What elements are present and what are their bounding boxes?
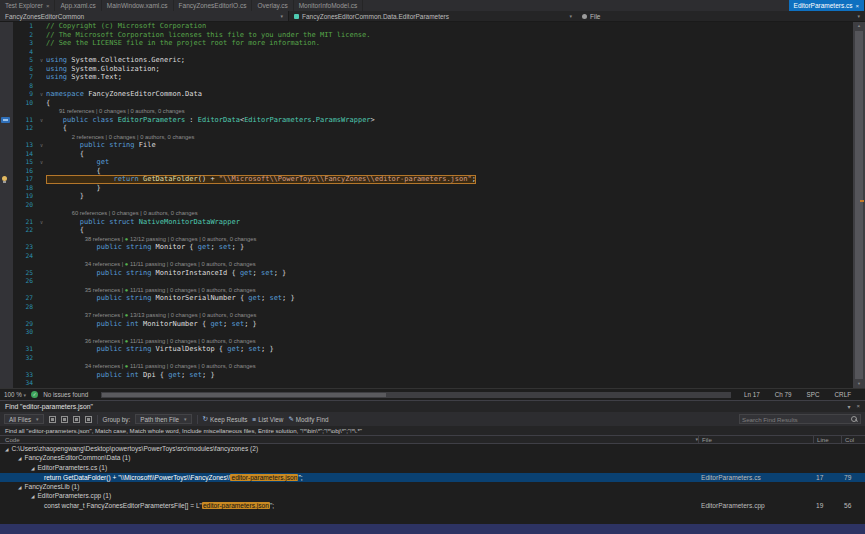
code-line[interactable]: 27 public string MonitorSerialNumber { g… bbox=[0, 294, 853, 303]
code-health-icon[interactable]: ✓ bbox=[31, 391, 38, 398]
code-line[interactable]: 19 } bbox=[0, 192, 853, 201]
codelens-label[interactable]: 38 references | ● 12/12 passing | 0 chan… bbox=[46, 236, 256, 242]
codelens-row[interactable]: 2 references | 0 changes | 0 authors, 0 … bbox=[0, 133, 853, 142]
collapse-all-icon[interactable] bbox=[61, 416, 68, 423]
codelens-row[interactable]: 35 references | ● 11/11 passing | 0 chan… bbox=[0, 286, 853, 295]
code-line[interactable]: 3// See the LICENSE file in the project … bbox=[0, 39, 853, 48]
document-tab[interactable]: FancyZonesEditorIO.cs bbox=[174, 0, 253, 11]
code-line[interactable]: 14 { bbox=[0, 150, 853, 159]
codelens-label[interactable]: 91 references | 0 changes | 0 authors, 0… bbox=[46, 108, 185, 114]
code-line[interactable]: 5∨using System.Collections.Generic; bbox=[0, 56, 853, 65]
keep-results-button[interactable]: ↻ Keep Results bbox=[203, 415, 248, 423]
codelens-label[interactable]: 34 references | ● 11/11 passing | 0 chan… bbox=[46, 261, 256, 267]
expander-icon[interactable]: ◢ bbox=[18, 485, 21, 490]
code-line[interactable]: 15∨ get bbox=[0, 158, 853, 167]
code-line[interactable]: 17 return GetDataFolder() + "\\Microsoft… bbox=[0, 175, 853, 184]
find-result-row[interactable]: ◢EditorParameters.cs (1) bbox=[0, 463, 865, 473]
expander-icon[interactable]: ◢ bbox=[5, 447, 8, 452]
document-tab[interactable]: MainWindow.xaml.cs bbox=[102, 0, 174, 11]
search-results-box[interactable] bbox=[739, 414, 861, 424]
code-line[interactable]: 13∨ public string File bbox=[0, 141, 853, 150]
zoom-control[interactable]: 100 % ▾ bbox=[4, 391, 26, 398]
line-indicator[interactable]: Ln 17 bbox=[744, 391, 760, 398]
spaces-indicator[interactable]: SPC bbox=[807, 391, 820, 398]
codelens-row[interactable]: 34 references | ● 11/11 passing | 0 chan… bbox=[0, 260, 853, 269]
previous-result-icon[interactable] bbox=[73, 416, 80, 423]
codelens-row[interactable]: 38 references | ● 12/12 passing | 0 chan… bbox=[0, 235, 853, 244]
code-line[interactable]: 1// Copyright (c) Microsoft Corporation bbox=[0, 22, 853, 31]
close-icon[interactable]: × bbox=[855, 3, 859, 9]
code-line[interactable]: 6using System.Globalization; bbox=[0, 65, 853, 74]
horizontal-scrollbar[interactable] bbox=[101, 392, 731, 398]
fold-icon[interactable]: ∨ bbox=[37, 218, 46, 227]
code-line[interactable]: 28 bbox=[0, 303, 853, 312]
column-header-col[interactable]: Col bbox=[841, 436, 865, 443]
code-line[interactable]: 4 bbox=[0, 48, 853, 57]
code-line[interactable]: 9∨namespace FancyZonesEditorCommon.Data bbox=[0, 90, 853, 99]
code-line[interactable]: 7using System.Text; bbox=[0, 73, 853, 82]
codelens-label[interactable]: 37 references | ● 13/13 passing | 0 chan… bbox=[46, 312, 256, 318]
code-line[interactable]: 30 bbox=[0, 328, 853, 337]
find-result-row[interactable]: ◢EditorParameters.cpp (1) bbox=[0, 492, 865, 502]
code-line[interactable]: 8 bbox=[0, 82, 853, 91]
code-line[interactable]: 25 public string MonitorInstanceId { get… bbox=[0, 269, 853, 278]
codelens-label[interactable]: 60 references | 0 changes | 0 authors, 0… bbox=[46, 210, 198, 216]
member-dropdown[interactable]: File ▾ bbox=[577, 11, 865, 21]
expander-icon[interactable]: ◢ bbox=[18, 456, 21, 461]
codelens-row[interactable]: 34 references | ● 11/11 passing | 0 chan… bbox=[0, 362, 853, 371]
find-result-row[interactable]: const wchar_t FancyZonesEditorParameters… bbox=[0, 501, 865, 511]
document-tab[interactable]: Overlay.cs bbox=[252, 0, 293, 11]
search-input[interactable] bbox=[742, 416, 851, 423]
close-icon[interactable]: × bbox=[856, 403, 860, 410]
expand-all-icon[interactable] bbox=[49, 416, 56, 423]
codelens-label[interactable]: 2 references | 0 changes | 0 authors, 0 … bbox=[46, 134, 194, 140]
code-line[interactable]: 23 public string Monitor { get; set; } bbox=[0, 243, 853, 252]
project-dropdown[interactable]: FancyZonesEditorCommon ▾ bbox=[0, 11, 289, 21]
code-line[interactable]: 21∨ public struct NativeMonitorDataWrapp… bbox=[0, 218, 853, 227]
code-line[interactable]: 16 { bbox=[0, 167, 853, 176]
code-line[interactable]: 31 public string VirtualDesktop { get; s… bbox=[0, 345, 853, 354]
scroll-down-icon[interactable]: ▼ bbox=[853, 380, 865, 388]
document-tab[interactable]: MonitorInfoModel.cs bbox=[294, 0, 364, 11]
code-line[interactable]: 29 public int MonitorNumber { get; set; … bbox=[0, 320, 853, 329]
expander-icon[interactable]: ◢ bbox=[31, 494, 34, 499]
list-view-button[interactable]: ≡ List View bbox=[253, 416, 284, 423]
code-line[interactable]: 34 bbox=[0, 379, 853, 388]
scope-dropdown[interactable]: All Files ▾ bbox=[4, 414, 44, 424]
modify-find-button[interactable]: ✎ Modify Find bbox=[288, 415, 328, 423]
fold-icon[interactable]: ∨ bbox=[37, 141, 46, 150]
document-tab[interactable]: Test Explorer× bbox=[0, 0, 55, 11]
codelens-row[interactable]: 36 references | ● 11/11 passing | 0 chan… bbox=[0, 337, 853, 346]
code-line[interactable]: 12 { bbox=[0, 124, 853, 133]
column-header-line[interactable]: Line bbox=[813, 436, 841, 443]
expander-icon[interactable]: ◢ bbox=[31, 466, 34, 471]
quick-actions-icon[interactable] bbox=[2, 176, 7, 181]
code-line[interactable]: 22 { bbox=[0, 226, 853, 235]
fold-icon[interactable]: ∨ bbox=[37, 56, 46, 65]
code-line[interactable]: 26 bbox=[0, 277, 853, 286]
code-line[interactable]: 10{ bbox=[0, 99, 853, 108]
scrollbar-thumb[interactable] bbox=[102, 393, 385, 397]
scrollbar-thumb[interactable] bbox=[855, 31, 863, 379]
code-line[interactable]: 24 bbox=[0, 252, 853, 261]
code-line[interactable]: 20 bbox=[0, 201, 853, 210]
tab-editorparameters[interactable]: EditorParameters.cs × bbox=[789, 0, 865, 11]
column-header-code[interactable]: Code ▾ bbox=[0, 436, 698, 443]
codelens-row[interactable]: 60 references | 0 changes | 0 authors, 0… bbox=[0, 209, 853, 218]
codelens-label[interactable]: 36 references | ● 11/11 passing | 0 chan… bbox=[46, 338, 256, 344]
char-indicator[interactable]: Ch 79 bbox=[775, 391, 792, 398]
search-icon[interactable] bbox=[851, 416, 858, 423]
column-header-file[interactable]: File bbox=[698, 436, 813, 443]
codelens-label[interactable]: 35 references | ● 11/11 passing | 0 chan… bbox=[46, 287, 256, 293]
code-line[interactable]: 32 bbox=[0, 354, 853, 363]
find-panel-header[interactable]: Find "editor-parameters.json" ▾ × bbox=[0, 401, 865, 412]
codelens-row[interactable]: 91 references | 0 changes | 0 authors, 0… bbox=[0, 107, 853, 116]
type-dropdown[interactable]: FancyZonesEditorCommon.Data.EditorParame… bbox=[289, 11, 577, 21]
eol-indicator[interactable]: CRLF bbox=[835, 391, 851, 398]
fold-icon[interactable]: ∨ bbox=[37, 158, 46, 167]
window-position-icon[interactable]: ▾ bbox=[847, 403, 850, 410]
close-icon[interactable]: × bbox=[46, 3, 50, 9]
fold-icon[interactable]: ∨ bbox=[37, 90, 46, 99]
document-tab[interactable]: App.xaml.cs bbox=[55, 0, 101, 11]
code-line[interactable]: 2// The Microsoft Corporation licenses t… bbox=[0, 31, 853, 40]
